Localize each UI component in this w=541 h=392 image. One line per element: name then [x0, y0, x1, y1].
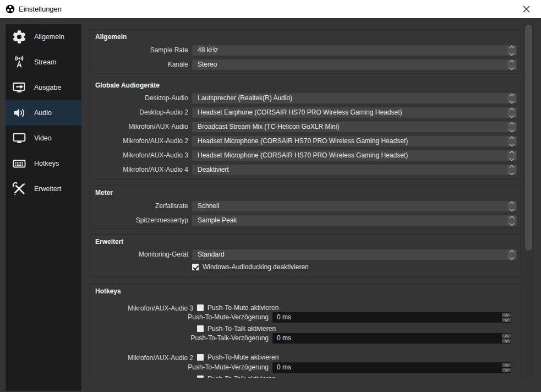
chevron-up-down-icon[interactable]: [507, 108, 516, 117]
combo-value: Deaktiviert: [192, 165, 517, 175]
field-row: Sample Rate 48 kHz: [90, 45, 521, 56]
peak-meter-type-select[interactable]: Sample Peak: [192, 215, 517, 226]
chevron-up-down-icon[interactable]: [507, 151, 516, 160]
monitor-icon: [11, 130, 28, 146]
spin-up-button[interactable]: [502, 363, 511, 367]
spinbox-value: 0 ms: [272, 333, 511, 344]
checkbox-label: Push-To-Talk aktivieren: [207, 375, 276, 378]
push-to-talk-checkbox[interactable]: Push-To-Talk aktivieren: [197, 325, 276, 333]
sample-rate-select[interactable]: 48 kHz: [192, 45, 517, 56]
spin-down-button[interactable]: [502, 339, 511, 343]
chevron-up-down-icon[interactable]: [507, 165, 516, 175]
push-to-talk-delay-input[interactable]: 0 ms: [272, 333, 511, 344]
chevron-up-down-icon[interactable]: [507, 94, 516, 103]
sidebar-item-label: Hotkeys: [34, 160, 59, 167]
chevron-up-down-icon[interactable]: [507, 202, 516, 211]
checkbox-unchecked-icon: [197, 354, 204, 361]
monitoring-device-select[interactable]: Standard: [192, 249, 517, 260]
mic-aux-audio-3-select[interactable]: Headset Microphone (CORSAIR HS70 PRO Wir…: [192, 150, 517, 161]
close-button[interactable]: [516, 0, 537, 18]
chevron-up-down-icon[interactable]: [507, 46, 516, 55]
chevron-up-down-icon[interactable]: [507, 250, 516, 259]
sidebar-item-ausgabe[interactable]: Ausgabe: [6, 75, 81, 100]
field-label: Mikrofon/AUX-Audio 4: [90, 165, 188, 175]
antenna-icon: [11, 54, 28, 70]
field-row: Desktop-Audio Lautsprecher (Realtek(R) A…: [90, 93, 521, 104]
sidebar-item-allgemein[interactable]: Allgemein: [6, 24, 81, 50]
combo-value: Standard: [192, 249, 517, 260]
desktop-audio-2-select[interactable]: Headset Earphone (CORSAIR HS70 PRO Wirel…: [192, 107, 517, 118]
section-title: Hotkeys: [95, 287, 121, 295]
decay-rate-select[interactable]: Schnell: [192, 201, 517, 211]
field-label: Mikrofon/AUX-Audio 2: [90, 136, 188, 146]
spin-up-button[interactable]: [502, 334, 511, 338]
spinbox-value: 0 ms: [272, 312, 511, 323]
sidebar-item-label: Stream: [34, 58, 56, 66]
field-label: Sample Rate: [90, 45, 188, 56]
field-row: Mikrofon/AUX-Audio 3 Headset Microphone …: [90, 150, 521, 161]
field-label: Mikrofon/AUX-Audio 3: [90, 150, 188, 161]
sidebar-item-label: Audio: [34, 109, 52, 117]
sidebar-item-label: Ausgabe: [34, 84, 61, 91]
audio-settings-panel: Allgemein Sample Rate 48 kHz Kanäle Ster…: [90, 22, 521, 378]
push-to-mute-checkbox[interactable]: Push-To-Mute aktivieren: [197, 304, 278, 312]
spinbox-label: Push-To-Mute-Verzögerung: [173, 312, 269, 323]
section-title: Meter: [95, 189, 113, 197]
checkbox-label: Push-To-Talk aktivieren: [207, 325, 276, 333]
settings-window: Einstellungen Allgemein: [0, 0, 541, 392]
window-title: Einstellungen: [19, 5, 62, 13]
sidebar-item-label: Allgemein: [34, 33, 64, 41]
chevron-up-down-icon[interactable]: [507, 216, 516, 225]
spinbox-value: 0 ms: [272, 362, 511, 373]
sidebar-item-audio[interactable]: Audio: [6, 100, 81, 126]
chevron-up-down-icon[interactable]: [507, 137, 516, 146]
scrollbar-thumb[interactable]: [525, 25, 532, 251]
keyboard-icon: [11, 155, 28, 172]
spin-down-button[interactable]: [502, 318, 511, 322]
checkbox-unchecked-icon: [197, 304, 204, 311]
channels-select[interactable]: Stereo: [192, 59, 517, 70]
spin-up-button[interactable]: [502, 313, 511, 317]
disable-audio-ducking-checkbox[interactable]: Windows-Audioducking deaktivieren: [192, 263, 309, 271]
combo-value: 48 kHz: [192, 45, 517, 56]
mic-aux-audio-2-select[interactable]: Headset Microphone (CORSAIR HS70 PRO Wir…: [192, 136, 517, 146]
push-to-mute-delay-input[interactable]: 0 ms: [272, 312, 511, 323]
desktop-audio-select[interactable]: Lautsprecher (Realtek(R) Audio): [192, 93, 517, 104]
sidebar-item-stream[interactable]: Stream: [6, 50, 81, 75]
push-to-talk-checkbox[interactable]: Push-To-Talk aktivieren: [197, 375, 276, 378]
field-label: Spitzenmessertyp: [90, 215, 188, 226]
spinbox-buttons: [502, 313, 511, 322]
section-title: Erweitert: [95, 238, 123, 246]
section-hotkeys: Hotkeys Mikrofon/AUX-Audio 3 Push-To-Mut…: [90, 284, 521, 378]
gear-icon: [11, 29, 28, 45]
sidebar-item-erweitert[interactable]: Erweitert: [6, 176, 81, 202]
sidebar-item-video[interactable]: Video: [6, 126, 81, 151]
combo-value: Stereo: [192, 59, 517, 70]
checkbox-unchecked-icon: [197, 325, 204, 332]
chevron-up-down-icon[interactable]: [507, 122, 516, 132]
field-label: Mikrofon/AUX-Audio: [90, 122, 188, 132]
field-row: Spitzenmessertyp Sample Peak: [90, 215, 521, 226]
chevron-up-down-icon[interactable]: [507, 60, 516, 69]
section-meter: Meter Zerfallsrate Schnell Spitzenmesser…: [90, 185, 521, 228]
mic-aux-audio-select[interactable]: Broadcast Stream Mix (TC-Helicon GoXLR M…: [192, 122, 517, 132]
section-allgemein: Allgemein Sample Rate 48 kHz Kanäle Ster…: [90, 29, 521, 72]
spin-down-button[interactable]: [502, 368, 511, 372]
field-row: Mikrofon/AUX-Audio Broadcast Stream Mix …: [90, 122, 521, 132]
section-title: Globale Audiogeräte: [95, 81, 160, 89]
spinbox-label: Push-To-Mute-Verzögerung: [173, 362, 269, 373]
combo-value: Broadcast Stream Mix (TC-Helicon GoXLR M…: [192, 122, 517, 132]
field-label: Desktop-Audio 2: [90, 107, 188, 118]
vertical-scrollbar[interactable]: [523, 22, 534, 378]
tools-icon: [11, 181, 28, 197]
combo-value: Sample Peak: [192, 215, 517, 226]
push-to-mute-checkbox[interactable]: Push-To-Mute aktivieren: [197, 353, 278, 361]
field-label: Monitoring-Gerät: [90, 249, 188, 260]
mic-aux-audio-4-select[interactable]: Deaktiviert: [192, 165, 517, 175]
push-to-mute-delay-input[interactable]: 0 ms: [272, 362, 511, 373]
obs-logo-icon: [6, 4, 15, 14]
section-erweitert: Erweitert Monitoring-Gerät Standard Wind…: [90, 234, 521, 277]
sidebar-item-hotkeys[interactable]: Hotkeys: [6, 151, 81, 176]
checkbox-checked-icon: [192, 264, 199, 270]
combo-value: Schnell: [192, 201, 517, 211]
